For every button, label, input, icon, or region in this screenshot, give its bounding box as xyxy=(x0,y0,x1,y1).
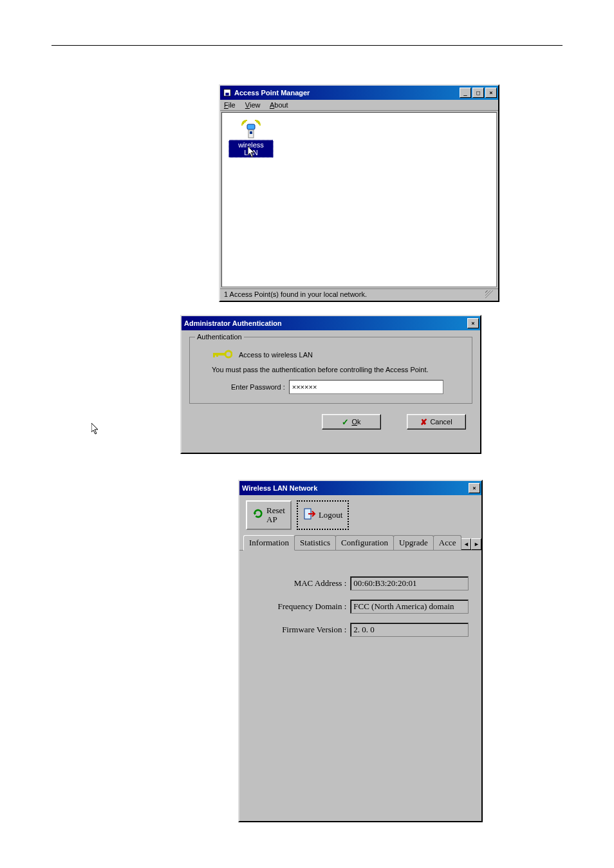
refresh-icon xyxy=(252,508,264,522)
access-point-manager-window: Access Point Manager _ □ × File View Abo… xyxy=(219,84,499,302)
tab-configuration[interactable]: Configuration xyxy=(335,535,394,550)
status-text: 1 Access Point(s) found in your local ne… xyxy=(224,290,367,299)
dialog-title: Administrator Authentication xyxy=(184,319,282,327)
x-icon: ✘ xyxy=(420,417,427,427)
mac-value: 00:60:B3:20:20:01 xyxy=(350,576,469,590)
toolbar: ResetAP Logout xyxy=(239,495,481,535)
logout-icon xyxy=(303,507,316,523)
page-divider xyxy=(51,45,563,46)
statusbar: 1 Access Point(s) found in your local ne… xyxy=(220,288,498,301)
resize-grip[interactable] xyxy=(485,290,494,299)
password-input[interactable] xyxy=(289,380,443,394)
svg-rect-7 xyxy=(213,353,215,357)
tab-scroll-left[interactable]: ◄ xyxy=(461,538,471,550)
cancel-label: Cancel xyxy=(430,418,452,426)
menu-about[interactable]: About xyxy=(270,101,288,109)
minimize-button[interactable]: _ xyxy=(460,88,471,98)
menu-file[interactable]: File xyxy=(224,101,236,109)
reset-ap-button[interactable]: ResetAP xyxy=(246,500,292,530)
titlebar[interactable]: Access Point Manager _ □ × xyxy=(220,86,498,100)
tab-statistics[interactable]: Statistics xyxy=(294,535,336,550)
cursor-icon xyxy=(91,428,99,436)
tab-panel-information: MAC Address : 00:60:B3:20:20:01 Frequenc… xyxy=(239,551,481,821)
ap-icon-item[interactable]: wireless LAN xyxy=(228,119,274,158)
fw-label: Firmware Version : xyxy=(252,625,350,635)
freq-value: FCC (North America) domain xyxy=(350,599,469,614)
instruction-text: You must pass the authentication before … xyxy=(199,366,463,373)
access-text: Access to wireless LAN xyxy=(239,351,313,359)
tab-access[interactable]: Acce xyxy=(433,535,462,550)
reset-label: ResetAP xyxy=(266,506,285,524)
groupbox-label: Authentication xyxy=(195,333,244,341)
titlebar[interactable]: Administrator Authentication × xyxy=(181,316,480,330)
wireless-ap-icon xyxy=(241,119,261,140)
svg-rect-2 xyxy=(247,124,255,129)
maximize-button[interactable]: □ xyxy=(472,88,484,98)
mac-label: MAC Address : xyxy=(252,578,350,589)
svg-rect-1 xyxy=(225,93,228,95)
ok-button[interactable]: ✓ Ok xyxy=(322,414,381,429)
ok-label: Ok xyxy=(351,418,360,426)
auth-groupbox: Authentication Access to wireless LAN xyxy=(189,337,472,404)
tab-upgrade[interactable]: Upgrade xyxy=(393,535,434,550)
menu-view[interactable]: View xyxy=(245,101,261,109)
menubar: File View About xyxy=(220,100,498,111)
content-area[interactable]: wireless LAN xyxy=(221,112,497,287)
close-button[interactable]: × xyxy=(485,88,497,98)
window-title: Wireless LAN Network xyxy=(242,484,317,492)
close-button[interactable]: × xyxy=(469,483,480,493)
key-icon xyxy=(212,349,232,361)
check-icon: ✓ xyxy=(342,417,349,427)
app-icon xyxy=(223,88,232,97)
auth-dialog: Administrator Authentication × Authentic… xyxy=(180,315,481,454)
close-button[interactable]: × xyxy=(467,318,479,328)
tab-scroll-right[interactable]: ► xyxy=(471,538,481,550)
password-label: Enter Password : xyxy=(231,383,285,391)
logout-label: Logout xyxy=(319,510,343,520)
svg-rect-8 xyxy=(216,353,218,357)
wireless-lan-network-window: Wireless LAN Network × ResetAP xyxy=(238,480,483,822)
tab-row: Information Statistics Configuration Upg… xyxy=(239,535,481,551)
fw-value: 2. 0. 0 xyxy=(350,623,469,637)
window-title: Access Point Manager xyxy=(234,89,310,97)
logout-button[interactable]: Logout xyxy=(297,500,349,530)
titlebar[interactable]: Wireless LAN Network × xyxy=(239,481,481,495)
freq-label: Frequency Domain : xyxy=(252,601,350,612)
tab-information[interactable]: Information xyxy=(243,535,295,551)
cancel-button[interactable]: ✘ Cancel xyxy=(407,414,466,429)
svg-rect-4 xyxy=(250,131,252,134)
ap-icon-label: wireless LAN xyxy=(228,140,274,158)
svg-point-5 xyxy=(225,351,232,357)
